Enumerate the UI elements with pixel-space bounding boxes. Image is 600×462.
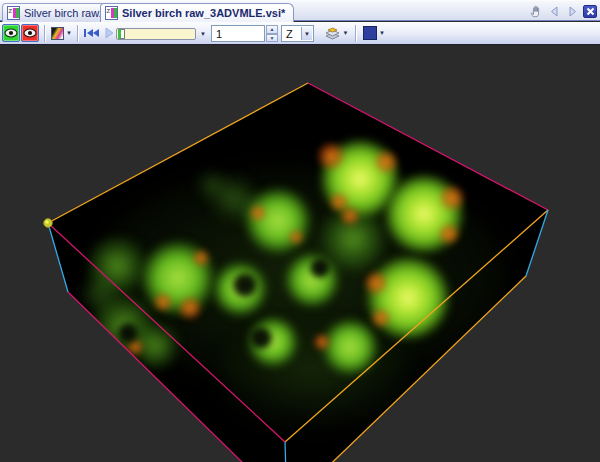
toolbar-separator [355,25,356,42]
toolbar-separator [77,25,78,42]
tab-label: Silver birch raw_3ADVMLE.vsi* [122,7,285,19]
previous-view-button[interactable] [547,5,561,19]
frame-number-value: 1 [216,28,222,40]
specimen-blob-orange [318,143,344,169]
specimen-blob-orange [372,309,390,327]
volume-rendering [0,46,600,462]
frame-spinner: ▲ ▼ [266,25,278,42]
specimen-blob-orange [365,272,387,294]
specimen-blob-dim [238,194,268,224]
tab-silver-birch-raw-3advmle[interactable]: Z Silver birch raw_3ADVMLE.vsi* [100,3,294,22]
chevron-down-icon: ▼ [200,31,206,37]
green-channel-toggle[interactable] [2,24,20,42]
pan-hand-icon [529,4,543,19]
specimen-blob-haze [95,168,505,384]
specimen-blob-normal [322,319,378,375]
close-icon [586,7,595,16]
specimen-blob-bright [321,140,399,218]
play-icon [105,27,114,39]
specimen-blob-normal [285,253,339,307]
specimen-blob-normal [141,241,215,315]
specimen-blob-bright [385,175,463,253]
specimen-blob-orange [250,205,266,221]
render-viewport[interactable] [0,46,600,462]
document-tab-bar: Z Silver birch raw.vsi Z Silver birch ra… [0,0,600,21]
vsi-document-icon: Z [105,6,118,20]
slider-thumb[interactable] [118,29,125,39]
dimension-value: Z [286,28,293,40]
next-view-button[interactable] [565,5,579,19]
red-channel-toggle[interactable] [21,24,39,42]
specimen-blob-orange [193,250,209,266]
chevron-left-icon [549,5,560,18]
specimen-blob-soft [89,238,145,294]
specimen-blob-hole [233,273,257,297]
frame-slider[interactable] [116,28,196,40]
specimen-blob-orange [314,334,330,350]
render-toolbar: ▼ ▼ 1 ▲ ▼ Z ▼ [0,22,600,45]
slider-options-button[interactable]: ▼ [197,28,207,40]
projection-mode-button[interactable]: ▼ [321,24,351,42]
combo-dropdown-button[interactable]: ▼ [301,27,312,40]
specimen-blob-normal [248,317,298,367]
svg-text:Z: Z [9,8,13,14]
specimen-blob-orange [375,151,397,173]
frame-number-field[interactable]: 1 [211,25,265,42]
close-tab-button[interactable] [583,5,597,18]
vsi-document-icon: Z [7,6,20,20]
dimension-combo[interactable]: Z ▼ [281,25,314,42]
chevron-down-icon: ▼ [379,30,385,36]
specimen-blob-orange [439,224,459,244]
specimen-blob-dim [82,276,118,312]
play-button[interactable] [103,24,115,42]
specimen-blob-dim [212,177,254,219]
spin-down-button[interactable]: ▼ [266,34,278,43]
background-color-swatch-icon [363,26,377,40]
lut-dropdown-button[interactable]: ▼ [48,24,75,42]
background-color-button[interactable]: ▼ [360,24,388,42]
pan-button[interactable] [529,5,543,19]
specimen-blob-orange [289,230,303,244]
spin-up-button[interactable]: ▲ [266,25,278,34]
specimen-blob-orange [179,297,201,319]
specimen-blob-hole [118,323,138,343]
specimen-blob-orange [440,186,464,210]
tab-bar-controls [529,4,597,19]
specimen-blob-bright [367,257,449,339]
toolbar-separator [44,25,45,42]
chevron-down-icon: ▼ [343,30,349,36]
specimen-blob-hole [310,258,330,278]
specimen-blob-orange [154,293,172,311]
skip-to-start-icon [83,26,100,40]
specimen-blob-orange [341,207,359,225]
chevron-down-icon: ▼ [66,30,72,36]
eye-icon [4,28,18,38]
go-to-first-frame-button[interactable] [81,24,101,42]
specimen-blob-soft [133,324,177,368]
projection-layers-icon [324,26,341,41]
application-window: Z Silver birch raw.vsi Z Silver birch ra… [0,0,600,462]
lut-gradient-icon [51,27,64,40]
specimen-blob-hole [250,327,272,349]
specimen-blob-soft [322,208,384,270]
specimen-blob-orange [127,339,143,355]
specimen-blob-normal [213,262,267,316]
specimen-blob-orange [330,193,348,211]
chevron-right-icon [567,5,578,18]
specimen-blob-dim [199,172,225,198]
eye-icon [23,28,37,38]
specimen-blob-soft [93,296,153,356]
specimen-blob-haze [220,328,410,424]
svg-text:Z: Z [107,8,111,14]
specimen-blob-normal [245,188,311,254]
